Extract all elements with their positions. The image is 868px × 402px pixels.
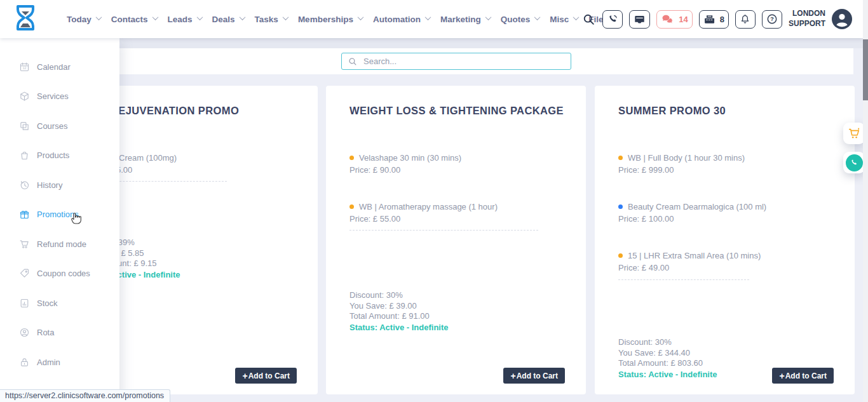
chevron-down-icon xyxy=(196,14,203,20)
promo-item: WB | Aromatherapy massage (1 hour) Price… xyxy=(349,198,568,247)
search-icon[interactable] xyxy=(583,13,595,25)
pos-button[interactable]: 8 xyxy=(699,10,729,29)
nav-item-label: Automation xyxy=(373,15,421,24)
bell-icon xyxy=(740,13,750,25)
nav-item[interactable]: Deals xyxy=(212,15,245,24)
nav-item[interactable]: Leads xyxy=(168,15,202,24)
sidebar-item-label: Coupon codes xyxy=(37,269,90,278)
item-price: Price: £ 49.00 xyxy=(618,263,837,272)
stock-chart-icon xyxy=(19,298,30,309)
sidebar-item-services[interactable]: Services xyxy=(0,82,119,112)
add-to-cart-label: Add to Cart xyxy=(517,372,558,380)
sidebar-item-products[interactable]: Products xyxy=(0,141,119,171)
nav-item-label: Tasks xyxy=(255,15,278,24)
nav-item[interactable]: Contacts xyxy=(111,15,158,24)
chevron-down-icon xyxy=(282,14,288,20)
promo-card-title: WEIGHT LOSS & TIGHTENING PACKAGE xyxy=(349,105,564,117)
discount-line: Discount: 30% xyxy=(618,337,717,348)
total-amount-line: Total Amount: £ 91.00 xyxy=(349,311,449,322)
cart-icon xyxy=(19,239,30,250)
item-name: WB | Full Body (1 hour 30 mins) xyxy=(628,153,745,163)
promo-summary: Discount: 30% You Save: £ 39.00 Total Am… xyxy=(349,290,449,333)
history-clock-icon xyxy=(19,180,30,191)
sidebar-item-calendar[interactable]: Calendar xyxy=(0,52,119,82)
sidebar-menu: Calendar Services Courses Products Histo… xyxy=(0,38,119,402)
promo-items-list: WB | Full Body (1 hour 30 mins) Price: £… xyxy=(618,149,837,296)
sidebar-item-rota[interactable]: Rota xyxy=(0,318,119,348)
sidebar-item-label: History xyxy=(37,180,62,190)
promo-item: Beauty Cream Dearmalogica (100 ml) Price… xyxy=(618,198,837,247)
chevron-down-icon xyxy=(424,14,431,20)
nav-item[interactable]: Today xyxy=(67,15,101,24)
clinicsoftware-logo[interactable] xyxy=(13,4,38,34)
main-nav: Today Contacts Leads Deals Tasks xyxy=(67,0,608,38)
lock-icon xyxy=(19,357,30,368)
scrollbar-track[interactable] xyxy=(863,0,868,402)
inbox-icon xyxy=(634,14,646,25)
chat-icon xyxy=(661,14,675,25)
scrollbar-thumb[interactable] xyxy=(863,39,868,100)
sidebar-item-promotions[interactable]: Promotions xyxy=(0,200,119,230)
sidebar-item-coupon-codes[interactable]: Coupon codes xyxy=(0,259,119,289)
nav-item[interactable]: Tasks xyxy=(255,15,288,24)
sidebar-item-label: Services xyxy=(37,91,69,101)
add-to-cart-button[interactable]: +Add to Cart xyxy=(503,368,565,384)
nav-item[interactable]: Quotes xyxy=(501,15,540,24)
dashed-divider xyxy=(349,230,538,231)
sidebar-item-label: Rota xyxy=(37,328,54,337)
plus-icon: + xyxy=(510,371,515,381)
total-amount-line: Total Amount: £ 803.60 xyxy=(618,358,717,369)
sidebar-item-stock[interactable]: Stock xyxy=(0,288,119,318)
nav-item[interactable]: Marketing xyxy=(440,15,491,24)
promo-card: WEIGHT LOSS & TIGHTENING PACKAGE Velasha… xyxy=(326,86,586,394)
sidebar-item-refund-mode[interactable]: Refund mode xyxy=(0,229,119,259)
layers-icon xyxy=(19,121,30,131)
plus-icon: + xyxy=(779,371,784,381)
chevron-down-icon xyxy=(95,14,102,20)
account-line1: LONDON xyxy=(789,9,825,19)
inbox-button[interactable] xyxy=(629,10,650,29)
chevron-down-icon xyxy=(239,14,245,20)
nav-item[interactable]: Automation xyxy=(373,15,430,24)
add-to-cart-button[interactable]: +Add to Cart xyxy=(235,368,297,384)
chevron-down-icon xyxy=(485,14,491,20)
chevron-down-icon xyxy=(357,14,363,20)
search-icon xyxy=(348,57,357,66)
help-button[interactable]: ? xyxy=(762,10,782,29)
item-name: Beauty Cream Dearmalogica (100 ml) xyxy=(628,202,766,211)
search-toolbar xyxy=(119,48,853,74)
sidebar-item-history[interactable]: History xyxy=(0,170,119,200)
promo-item: Velashape 30 min (30 mins) Price: £ 90.0… xyxy=(349,149,568,198)
nav-item[interactable]: Memberships xyxy=(298,15,363,24)
sidebar-item-courses[interactable]: Courses xyxy=(0,111,119,141)
item-price: Price: £ 55.00 xyxy=(349,214,568,224)
nav-item-label: Contacts xyxy=(111,15,148,24)
chat-button[interactable]: 14 xyxy=(656,10,692,29)
calendar-icon xyxy=(19,62,30,72)
promo-items-list: Velashape 30 min (30 mins) Price: £ 90.0… xyxy=(349,149,568,247)
promo-card: SUMMER PROMO 30 WB | Full Body (1 hour 3… xyxy=(595,86,855,394)
floating-cart-button[interactable] xyxy=(843,123,865,144)
nav-item-label: Deals xyxy=(212,15,235,24)
phone-button[interactable] xyxy=(602,10,623,29)
sidebar-item-label: Stock xyxy=(37,298,58,308)
account-line2: SUPPORT xyxy=(789,19,825,29)
search-input-wrapper[interactable] xyxy=(341,53,571,70)
avatar[interactable] xyxy=(832,9,852,29)
chat-count-badge: 14 xyxy=(679,15,688,24)
sidebar-item-admin[interactable]: Admin xyxy=(0,347,119,377)
item-name: Velashape 30 min (30 mins) xyxy=(359,153,461,163)
help-icon: ? xyxy=(766,13,778,25)
status-bar-url: https://server2.clinicsoftware.com/promo… xyxy=(0,389,170,402)
notifications-button[interactable] xyxy=(735,10,756,29)
floating-whatsapp-button[interactable] xyxy=(843,152,865,173)
nav-item[interactable]: Misc xyxy=(550,15,578,24)
plus-icon: + xyxy=(242,371,247,381)
person-circle-icon xyxy=(19,327,30,338)
chevron-down-icon xyxy=(573,14,580,20)
status-line: Status: Active - Indefinite xyxy=(349,323,449,333)
add-to-cart-button[interactable]: +Add to Cart xyxy=(772,368,834,384)
nav-item-label: Memberships xyxy=(298,15,353,24)
phone-icon xyxy=(607,14,618,25)
search-input[interactable] xyxy=(362,56,564,67)
